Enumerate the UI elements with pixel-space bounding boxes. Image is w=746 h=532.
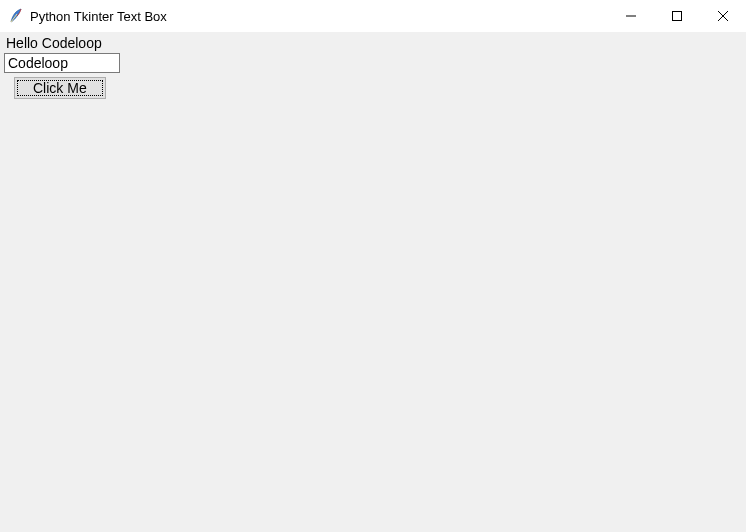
greeting-label: Hello Codeloop	[4, 35, 104, 53]
button-row: Click Me	[4, 77, 106, 99]
tk-feather-icon	[8, 8, 24, 24]
application-window: Python Tkinter Text Box Hello Codel	[0, 0, 746, 532]
svg-rect-1	[673, 12, 682, 21]
maximize-icon	[672, 11, 682, 21]
client-area: Hello Codeloop Click Me	[0, 32, 746, 532]
minimize-button[interactable]	[608, 0, 654, 32]
window-controls	[608, 0, 746, 32]
click-me-button[interactable]: Click Me	[14, 77, 106, 99]
close-button[interactable]	[700, 0, 746, 32]
minimize-icon	[626, 11, 636, 21]
window-title: Python Tkinter Text Box	[30, 9, 167, 24]
close-icon	[718, 11, 728, 21]
titlebar: Python Tkinter Text Box	[0, 0, 746, 32]
text-entry[interactable]	[4, 53, 120, 73]
maximize-button[interactable]	[654, 0, 700, 32]
